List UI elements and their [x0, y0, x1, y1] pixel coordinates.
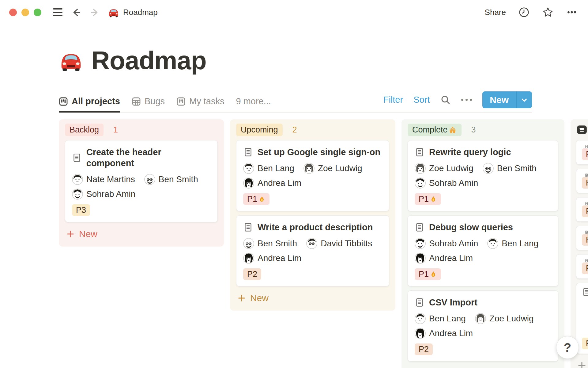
- assignee: David Tibbitts: [306, 238, 372, 249]
- assignee: Ben Lang: [487, 238, 538, 249]
- card[interactable]: P2: [576, 169, 588, 193]
- card-debug-slow-queries[interactable]: Debug slow queries Sohrab Amin Ben Lang …: [408, 215, 558, 286]
- andrea-lim-avatar: [415, 253, 426, 264]
- priority-badge: P2: [415, 343, 433, 355]
- car-icon: [59, 49, 83, 72]
- andrea-lim-avatar: [415, 328, 426, 339]
- traffic-lights: [9, 9, 41, 16]
- assignee: Andrea Lim: [243, 178, 301, 189]
- tab-more-views[interactable]: 9 more...: [236, 96, 271, 113]
- app-window: Roadmap Share Roadmap All projects: [0, 0, 588, 368]
- andrea-lim-avatar: [243, 253, 254, 264]
- ben-lang-avatar: [415, 313, 426, 324]
- view-options-icon[interactable]: [461, 99, 472, 101]
- favorite-star-icon[interactable]: [542, 6, 554, 18]
- card-title: CSV Import: [429, 297, 477, 308]
- search-icon[interactable]: [440, 94, 451, 105]
- ben-smith-avatar: [483, 163, 494, 174]
- forward-arrow-icon[interactable]: [90, 7, 100, 17]
- sidebar-menu-icon[interactable]: [53, 8, 62, 16]
- board-icon: [176, 97, 186, 106]
- page-icon: [582, 145, 588, 148]
- page-title: Roadmap: [91, 46, 206, 75]
- more-options-icon[interactable]: [566, 6, 578, 18]
- card-create-header-component[interactable]: Create the header component Nate Martins…: [65, 140, 218, 222]
- assignee: Sohrab Amin: [415, 178, 478, 189]
- window-titlebar: Roadmap Share: [0, 0, 588, 25]
- priority-badge: P2: [582, 205, 588, 217]
- share-button[interactable]: Share: [485, 8, 506, 17]
- priority-badge: P1: [415, 268, 441, 280]
- kanban-column-complete: Complete 3 Rewrite query logic Zoe Ludwi…: [401, 119, 564, 368]
- priority-badge: P3: [72, 204, 90, 216]
- board-icon: [59, 97, 68, 106]
- card-csv-import[interactable]: CSV Import Ben Lang Zoe Ludwig Andrea Li…: [408, 290, 558, 362]
- table-icon: [132, 97, 141, 106]
- close-window-button[interactable]: [9, 9, 17, 16]
- minimize-window-button[interactable]: [21, 9, 29, 16]
- sohrab-amin-avatar: [415, 178, 426, 189]
- card[interactable]: P2: [576, 197, 588, 222]
- page-icon: [415, 222, 424, 232]
- fire-icon: [258, 195, 266, 203]
- sohrab-amin-avatar: [415, 238, 426, 249]
- tab-my-tasks[interactable]: My tasks: [176, 96, 224, 113]
- filter-button[interactable]: Filter: [383, 95, 403, 105]
- column-pill-upcoming[interactable]: Upcoming: [236, 124, 283, 136]
- page-icon: [415, 297, 424, 307]
- ben-smith-avatar: [243, 238, 254, 249]
- page-header: Roadmap: [59, 45, 588, 75]
- assignee: Ben Lang: [415, 313, 466, 324]
- priority-badge: P2: [582, 263, 588, 274]
- card-rewrite-query-logic[interactable]: Rewrite query logic Zoe Ludwig Ben Smith…: [408, 140, 558, 211]
- add-card-button[interactable]: New: [65, 229, 218, 239]
- tab-label: 9 more...: [236, 96, 271, 106]
- view-tabbar: All projects Bugs My tasks 9 more... Fil…: [59, 91, 532, 113]
- kanban-column-backlog: Backlog 1 Create the header component Na…: [59, 119, 224, 247]
- column-count: 2: [292, 125, 297, 135]
- nate-martins-avatar: [72, 174, 83, 185]
- card[interactable]: P1: [576, 140, 588, 165]
- column-pill-complete[interactable]: Complete: [408, 124, 462, 136]
- back-arrow-icon[interactable]: [71, 7, 81, 17]
- card-google-sso[interactable]: Set up Google single sign-on Ben Lang Zo…: [236, 140, 389, 211]
- kanban-column-upcoming: Upcoming 2 Set up Google single sign-on …: [230, 119, 395, 311]
- card-product-description[interactable]: Write a product description Ben Smith Da…: [236, 215, 389, 286]
- priority-badge: P2: [243, 268, 261, 280]
- fire-icon: [430, 270, 437, 278]
- breadcrumb[interactable]: Roadmap: [108, 7, 158, 18]
- assignee: Zoe Ludwig: [475, 313, 534, 324]
- new-button[interactable]: New: [482, 91, 532, 108]
- fire-icon: [430, 195, 437, 203]
- page-icon: [243, 147, 253, 157]
- assignee: Ben Smith: [144, 174, 198, 185]
- card-title: Debug slow queries: [429, 222, 513, 233]
- card[interactable]: P2: [576, 254, 588, 279]
- help-button[interactable]: ?: [556, 336, 579, 359]
- card-title: Create the header component: [86, 147, 211, 169]
- tab-all-projects[interactable]: All projects: [59, 96, 120, 113]
- assignee: Zoe Ludwig: [415, 163, 473, 174]
- chevron-down-icon[interactable]: [516, 91, 532, 108]
- zoe-ludwig-avatar: [415, 163, 426, 174]
- tab-bugs[interactable]: Bugs: [132, 96, 165, 113]
- history-clock-icon[interactable]: [518, 6, 530, 18]
- assignee: Ben Smith: [243, 238, 297, 249]
- card[interactable]: P2: [576, 226, 588, 250]
- tab-label: Bugs: [145, 96, 165, 106]
- sort-button[interactable]: Sort: [413, 95, 430, 105]
- add-card-button[interactable]: New: [236, 293, 389, 303]
- ben-lang-avatar: [243, 163, 254, 174]
- plus-icon: [66, 230, 75, 238]
- priority-badge: P2: [582, 177, 588, 189]
- priority-badge: P2: [582, 234, 588, 246]
- page-icon: [582, 287, 588, 297]
- page-icon: [582, 173, 588, 177]
- zoom-window-button[interactable]: [34, 9, 41, 16]
- add-card-button[interactable]: New: [576, 360, 588, 368]
- assignee: Andrea Lim: [415, 328, 473, 339]
- column-count: 3: [471, 125, 476, 135]
- page-icon: [582, 202, 588, 205]
- column-pill-backlog[interactable]: Backlog: [65, 124, 104, 136]
- zoe-ludwig-avatar: [303, 163, 315, 174]
